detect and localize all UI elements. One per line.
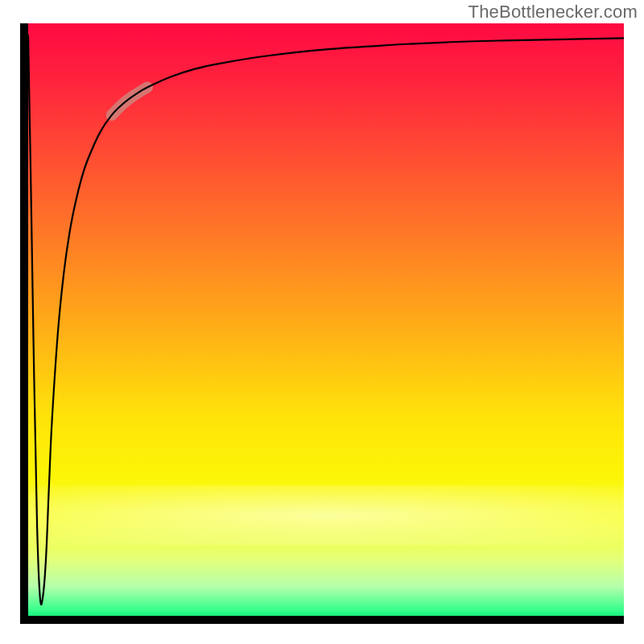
y-axis [20, 23, 28, 624]
curve-path [28, 35, 624, 605]
curve-svg [28, 23, 624, 616]
highlight-segment [112, 87, 147, 115]
chart-stage: TheBottlenecker.com [0, 0, 644, 644]
plot-area [28, 23, 624, 616]
x-axis [20, 616, 624, 624]
